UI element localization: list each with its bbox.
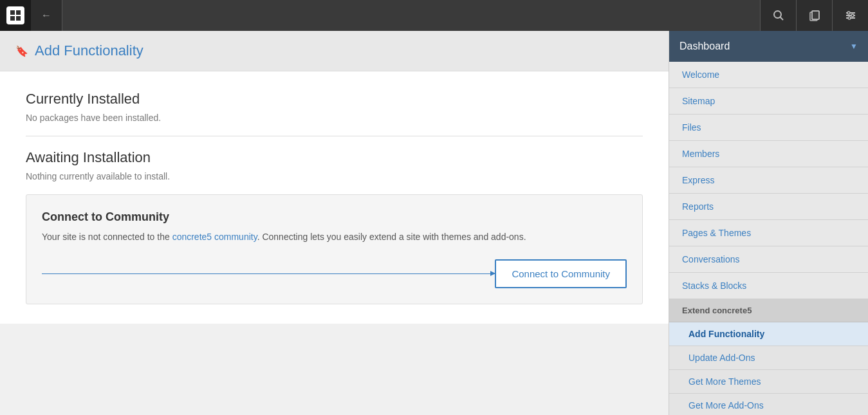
page-title: Add Functionality <box>35 42 143 59</box>
logo-icon <box>6 6 24 24</box>
divider-1 <box>26 136 643 136</box>
sidebar-item-reports[interactable]: Reports <box>669 194 868 220</box>
svg-rect-3 <box>16 16 21 21</box>
sidebar-item-conversations[interactable]: Conversations <box>669 246 868 273</box>
svg-point-12 <box>847 12 850 14</box>
connect-community-button[interactable]: Connect to Community <box>495 259 627 288</box>
sidebar-nav: Welcome Sitemap Files Members Express Re… <box>669 62 868 299</box>
sidebar-item-members[interactable]: Members <box>669 141 868 167</box>
connect-box-title: Connect to Community <box>42 210 627 224</box>
settings-icon <box>845 10 856 21</box>
copy-icon <box>809 10 820 21</box>
sidebar-item-pages-themes[interactable]: Pages & Themes <box>669 220 868 246</box>
sidebar-title: Dashboard <box>679 41 730 52</box>
bookmark-icon: 🔖 <box>15 45 28 57</box>
currently-installed-title: Currently Installed <box>26 91 643 107</box>
search-area[interactable] <box>62 0 760 31</box>
sidebar-item-get-more-themes[interactable]: Get More Themes <box>669 370 868 394</box>
search-button[interactable] <box>760 0 796 31</box>
content-body: Currently Installed No packages have bee… <box>0 71 669 324</box>
connect-box: Connect to Community Your site is not co… <box>26 194 643 304</box>
search-icon <box>773 10 784 21</box>
sidebar-item-add-functionality[interactable]: Add Functionality <box>669 322 868 346</box>
sidebar-dropdown-icon[interactable]: ▼ <box>850 42 858 51</box>
back-icon: ← <box>41 10 51 21</box>
svg-point-4 <box>774 11 781 18</box>
svg-rect-2 <box>10 16 15 21</box>
app-logo[interactable] <box>0 0 31 31</box>
connect-row: Connect to Community <box>42 259 627 288</box>
page-header: 🔖 Add Functionality <box>0 31 669 71</box>
sidebar-item-get-more-addons[interactable]: Get More Add-Ons <box>669 394 868 415</box>
sidebar-item-update-addons[interactable]: Update Add-Ons <box>669 346 868 370</box>
topbar: ← <box>0 0 868 31</box>
settings-button[interactable] <box>832 0 868 31</box>
awaiting-installation-desc: Nothing currently available to install. <box>26 171 643 181</box>
sidebar-item-files[interactable]: Files <box>669 115 868 141</box>
content-area: 🔖 Add Functionality Currently Installed … <box>0 31 669 415</box>
sidebar-sub-nav: Add Functionality Update Add-Ons Get Mor… <box>669 322 868 415</box>
svg-point-13 <box>851 14 854 17</box>
svg-rect-1 <box>16 10 21 15</box>
sidebar: Dashboard ▼ Welcome Sitemap Files Member… <box>669 31 868 415</box>
sidebar-item-welcome[interactable]: Welcome <box>669 62 868 88</box>
awaiting-installation-title: Awaiting Installation <box>26 149 643 166</box>
main-layout: 🔖 Add Functionality Currently Installed … <box>0 31 868 415</box>
connect-box-desc: Your site is not connected to the concre… <box>42 230 627 244</box>
back-button[interactable]: ← <box>31 0 62 31</box>
arrow-line <box>42 273 495 274</box>
svg-line-5 <box>780 17 783 21</box>
sidebar-item-sitemap[interactable]: Sitemap <box>669 88 868 115</box>
copy-button[interactable] <box>796 0 832 31</box>
sidebar-item-express[interactable]: Express <box>669 167 868 194</box>
currently-installed-desc: No packages have been installed. <box>26 113 643 123</box>
sidebar-item-stacks-blocks[interactable]: Stacks & Blocks <box>669 273 868 299</box>
svg-point-14 <box>848 17 851 19</box>
concrete5-link[interactable]: concrete5 community <box>172 232 257 242</box>
sidebar-header: Dashboard ▼ <box>669 31 868 62</box>
svg-rect-0 <box>10 10 15 15</box>
svg-rect-7 <box>812 11 819 19</box>
sidebar-section-extend: Extend concrete5 <box>669 299 868 322</box>
